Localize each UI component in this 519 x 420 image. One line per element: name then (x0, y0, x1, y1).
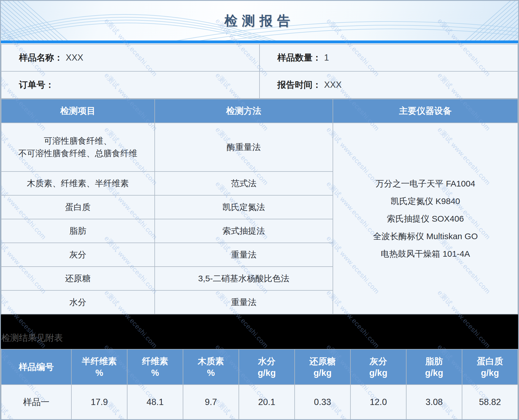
col-name: 样品编号 (1, 361, 71, 373)
header-test-items: 检测项目 (1, 99, 155, 123)
item-cell: 脂肪 (1, 219, 155, 243)
header-instruments: 主要仪器设备 (333, 99, 518, 123)
report-page: e测试 www.eceshi.come测试 www.eceshi.come测试 … (0, 0, 519, 420)
result-col-hemicellulose: 半纤维素 % (71, 349, 127, 385)
col-name: 半纤维素 (72, 355, 127, 367)
method-cell: 酶重量法 (155, 123, 333, 172)
result-col-protein: 蛋白质 g/kg (462, 349, 518, 385)
info-row-2: 订单号： 报告时间：XXX (1, 71, 518, 98)
instrument-line: 索氏抽提仪 SOX406 (333, 213, 518, 224)
note-text: 检测结果见附表 (1, 332, 63, 344)
col-name: 蛋白质 (462, 355, 518, 367)
result-cell-moisture: 20.1 (239, 385, 295, 420)
result-col-lignin: 木质素 % (183, 349, 239, 385)
method-cell: 范式法 (155, 172, 333, 195)
col-name: 水分 (239, 355, 294, 367)
result-cell-protein: 58.82 (462, 385, 518, 420)
item-cell: 还原糖 (1, 267, 155, 290)
item-cell: 可溶性膳食纤维、 不可溶性膳食纤维、总膳食纤维 (1, 123, 155, 172)
method-table: 检测项目 检测方法 主要仪器设备 可溶性膳食纤维、 不可溶性膳食纤维、总膳食纤维… (1, 99, 518, 314)
instrument-line: 万分之一电子天平 FA1004 (333, 178, 518, 189)
col-name: 脂肪 (407, 355, 462, 367)
sample-count-label: 样品数量： (277, 53, 321, 63)
method-table-header-row: 检测项目 检测方法 主要仪器设备 (1, 99, 518, 123)
col-unit: g/kg (407, 367, 462, 379)
col-name: 还原糖 (295, 355, 350, 367)
method-cell: 3,5-二硝基水杨酸比色法 (155, 267, 333, 290)
report-time-label: 报告时间： (277, 80, 321, 90)
method-cell: 索式抽提法 (155, 219, 333, 243)
result-cell-hemicellulose: 17.9 (71, 385, 127, 420)
col-unit: % (183, 367, 239, 379)
method-cell: 重量法 (155, 290, 333, 314)
results-table: 样品编号 半纤维素 % 纤维素 % 木质素 % 水分 g/kg 还原糖 g/kg (1, 349, 518, 420)
col-name: 灰分 (351, 355, 406, 367)
col-unit: g/kg (351, 367, 406, 379)
result-cell-reducing-sugar: 0.33 (295, 385, 350, 420)
info-cell-sample-count: 样品数量：1 (260, 44, 518, 71)
instrument-line: 凯氏定氮仪 K9840 (333, 195, 518, 207)
col-unit: % (127, 367, 183, 379)
info-cell-report-time: 报告时间：XXX (260, 71, 518, 98)
instrument-line: 全波长酶标仪 Multiskan GO (333, 230, 518, 242)
sample-name-label: 样品名称： (19, 53, 63, 63)
result-col-cellulose: 纤维素 % (127, 349, 183, 385)
result-cell-ash: 12.0 (350, 385, 406, 420)
info-cell-order-no: 订单号： (1, 71, 260, 98)
result-cell-lignin: 9.7 (183, 385, 239, 420)
instruments-cell: 万分之一电子天平 FA1004 凯氏定氮仪 K9840 索氏抽提仪 SOX406… (333, 123, 518, 314)
order-no-label: 订单号： (19, 80, 54, 90)
sample-info-table: 样品名称：XXX 样品数量：1 订单号： 报告时间：XXX (1, 44, 518, 99)
col-unit: g/kg (239, 367, 294, 379)
sample-count-value: 1 (324, 53, 329, 63)
item-cell: 蛋白质 (1, 195, 155, 219)
note-bar: 检测结果见附表 (1, 314, 518, 349)
result-col-fat: 脂肪 g/kg (406, 349, 462, 385)
result-cell-cellulose: 48.1 (127, 385, 183, 420)
col-unit: % (72, 367, 127, 379)
col-unit: g/kg (462, 367, 518, 379)
info-cell-sample-name: 样品名称：XXX (1, 44, 260, 71)
page-title: 检测报告 (1, 1, 518, 40)
item-cell: 灰分 (1, 243, 155, 267)
col-unit: g/kg (295, 367, 350, 379)
report-time-value: XXX (324, 80, 342, 90)
result-data-row: 样品一 17.9 48.1 9.7 20.1 0.33 12.0 3.08 58… (1, 385, 518, 420)
header-accent-bar (1, 40, 518, 43)
item-cell: 木质素、纤维素、半纤维素 (1, 172, 155, 195)
instrument-line: 电热鼓风干燥箱 101-4A (333, 248, 518, 260)
header-test-methods: 检测方法 (155, 99, 333, 123)
info-row-1: 样品名称：XXX 样品数量：1 (1, 44, 518, 71)
results-header-row: 样品编号 半纤维素 % 纤维素 % 木质素 % 水分 g/kg 还原糖 g/kg (1, 349, 518, 385)
method-row: 可溶性膳食纤维、 不可溶性膳食纤维、总膳食纤维 酶重量法 万分之一电子天平 FA… (1, 123, 518, 172)
result-col-moisture: 水分 g/kg (239, 349, 295, 385)
method-cell: 重量法 (155, 243, 333, 267)
sample-name-value: XXX (66, 53, 83, 63)
result-col-sample-id: 样品编号 (1, 349, 71, 385)
report-banner: 检测报告 (1, 1, 518, 40)
result-col-reducing-sugar: 还原糖 g/kg (295, 349, 350, 385)
result-cell-sample-id: 样品一 (1, 385, 71, 420)
col-name: 纤维素 (127, 355, 183, 367)
result-cell-fat: 3.08 (406, 385, 462, 420)
col-name: 木质素 (183, 355, 239, 367)
item-cell: 水分 (1, 290, 155, 314)
method-cell: 凯氏定氮法 (155, 195, 333, 219)
result-col-ash: 灰分 g/kg (350, 349, 406, 385)
